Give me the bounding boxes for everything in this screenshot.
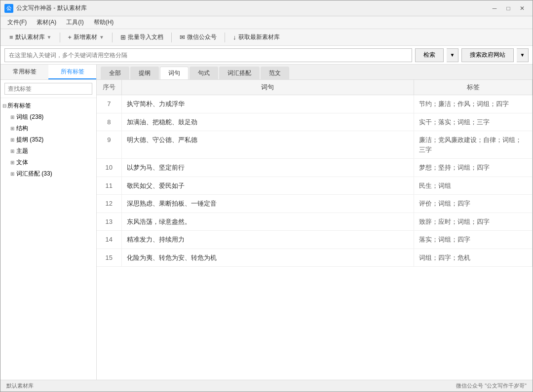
cell-phrase: 敬民如父、爱民如子	[121, 177, 414, 195]
menu-file[interactable]: 文件(F)	[3, 17, 31, 28]
table-row[interactable]: 8 加满油、把稳舵、鼓足劲 实干；落实；词组；三字	[97, 113, 533, 131]
tab-jushi[interactable]: 句式	[190, 67, 218, 79]
table-row[interactable]: 11 敬民如父、爱民如子 民生；词组	[97, 177, 533, 195]
table-container: 序号 词句 标签 7 执守简朴、力戒浮华 节约；廉洁；作风；词组；四字 8 加满…	[97, 80, 533, 380]
search-input[interactable]	[9, 52, 408, 59]
search-button[interactable]: 检索	[415, 48, 444, 62]
tree-item-label-cihui: 词汇搭配 (33)	[16, 170, 52, 178]
cell-tag: 实干；落实；词组；三字	[414, 113, 533, 131]
get-latest-label: 获取最新素材库	[238, 33, 280, 41]
tree-item-wenti[interactable]: ⊞ 文体	[0, 157, 96, 168]
tab-tigang[interactable]: 提纲	[130, 67, 159, 79]
cell-num: 10	[97, 159, 121, 177]
search-input-wrap	[4, 48, 412, 62]
cell-num: 12	[97, 195, 121, 213]
tree-item-expand-cizhong: ⊞	[10, 114, 14, 120]
tree-item-expand-jiegou: ⊞	[10, 126, 14, 131]
cell-phrase: 东风浩荡，绿意盎然。	[121, 213, 414, 231]
menu-help[interactable]: 帮助(H)	[90, 17, 118, 28]
table-row[interactable]: 15 化险为夷、转危为安、转危为机 词组；四字；危机	[97, 249, 533, 267]
cell-num: 9	[97, 131, 121, 159]
cell-tag: 评价；词组；四字	[414, 195, 533, 213]
tab-common-tags[interactable]: 常用标签	[0, 65, 48, 79]
cell-tag: 节约；廉洁；作风；词组；四字	[414, 95, 533, 113]
menu-material[interactable]: 素材(A)	[33, 17, 60, 28]
wechat-label: 微信公众号	[187, 33, 217, 41]
cell-tag: 廉洁；党风廉政建设；自律；词组；三字	[414, 131, 533, 159]
tree-item-label-jiegou: 结构	[16, 124, 28, 133]
status-left: 默认素材库	[6, 382, 34, 390]
cell-phrase: 以梦为马、坚定前行	[121, 159, 414, 177]
cell-phrase: 明大德、守公德、严私德	[121, 131, 414, 159]
table-row[interactable]: 13 东风浩荡，绿意盎然。 致辞；应时；词组；四字	[97, 213, 533, 231]
window-controls: ─ □ ✕	[488, 3, 529, 14]
table-row[interactable]: 7 执守简朴、力戒浮华 节约；廉洁；作风；词组；四字	[97, 95, 533, 113]
data-table: 序号 词句 标签 7 执守简朴、力戒浮华 节约；廉洁；作风；词组；四字 8 加满…	[97, 80, 533, 267]
default-library-label: 默认素材库	[15, 33, 45, 41]
default-library-button[interactable]: ≡ 默认素材库 ▼	[4, 31, 57, 44]
cell-phrase: 执守简朴、力戒浮华	[121, 95, 414, 113]
tab-all-tags[interactable]: 所有标签	[48, 65, 96, 79]
tree-item-label-tigang: 提纲 (352)	[16, 136, 43, 144]
tab-fanwen[interactable]: 范文	[261, 67, 289, 79]
download-icon: ↓	[233, 34, 236, 41]
cell-num: 14	[97, 231, 121, 249]
table-row[interactable]: 9 明大德、守公德、严私德 廉洁；党风廉政建设；自律；词组；三字	[97, 131, 533, 159]
tree-item-jiegou[interactable]: ⊞ 结构	[0, 123, 96, 134]
tab-cihui-dapei[interactable]: 词汇搭配	[219, 67, 260, 79]
tree-item-expand-cihui: ⊞	[10, 171, 14, 177]
close-button[interactable]: ✕	[516, 3, 529, 14]
left-panel: 常用标签 所有标签 ⊟ 所有标签 ⊞ 词组 (238) ⊞ 结构	[0, 65, 97, 380]
gov-search-dropdown-arrow[interactable]: ▼	[517, 48, 529, 62]
tree-item-expand-tigang: ⊞	[10, 137, 14, 143]
tab-all[interactable]: 全部	[101, 67, 129, 79]
search-dropdown-arrow[interactable]: ▼	[447, 48, 458, 62]
tree-item-zhuti[interactable]: ⊞ 主题	[0, 145, 96, 157]
cell-phrase: 加满油、把稳舵、鼓足劲	[121, 113, 414, 131]
gov-search-button[interactable]: 搜索政府网站	[461, 48, 514, 62]
tag-search-input[interactable]	[4, 83, 92, 95]
table-row[interactable]: 12 深思熟虑、果断拍板、一锤定音 评价；词组；四字	[97, 195, 533, 213]
cell-tag: 民生；词组	[414, 177, 533, 195]
title-bar: 公 公文写作神器 - 默认素材库 ─ □ ✕	[0, 0, 533, 16]
minimize-button[interactable]: ─	[488, 3, 501, 14]
tree-root-label: 所有标签	[7, 102, 31, 110]
tree-item-cizhong[interactable]: ⊞ 词组 (238)	[0, 111, 96, 123]
search-bar: 检索 ▼ 搜索政府网站 ▼	[0, 46, 533, 65]
header-tag: 标签	[414, 80, 533, 95]
main-window: 公 公文写作神器 - 默认素材库 ─ □ ✕ 文件(F) 素材(A) 工具(I)…	[0, 0, 533, 392]
cell-tag: 梦想；坚持；词组；四字	[414, 159, 533, 177]
cell-phrase: 深思熟虑、果断拍板、一锤定音	[121, 195, 414, 213]
wechat-button[interactable]: ✉ 微信公众号	[175, 31, 222, 44]
cell-tag: 落实；词组；四字	[414, 231, 533, 249]
table-row[interactable]: 10 以梦为马、坚定前行 梦想；坚持；词组；四字	[97, 159, 533, 177]
table-row[interactable]: 14 精准发力、持续用力 落实；词组；四字	[97, 231, 533, 249]
tab-ciju[interactable]: 词句	[160, 67, 189, 79]
cell-num: 7	[97, 95, 121, 113]
tree-item-expand-zhuti: ⊞	[10, 148, 14, 154]
root-expand-icon[interactable]: ⊟	[2, 103, 6, 108]
window-title: 公文写作神器 - 默认素材库	[16, 4, 488, 12]
tag-tabs: 常用标签 所有标签	[0, 65, 96, 80]
add-icon: +	[68, 34, 72, 41]
batch-import-button[interactable]: ⊞ 批量导入文档	[115, 31, 168, 44]
main-area: 常用标签 所有标签 ⊟ 所有标签 ⊞ 词组 (238) ⊞ 结构	[0, 65, 533, 380]
tree-item-tigang[interactable]: ⊞ 提纲 (352)	[0, 134, 96, 145]
menu-tools[interactable]: 工具(I)	[62, 17, 87, 28]
cell-phrase: 精准发力、持续用力	[121, 231, 414, 249]
tree-item-cihui[interactable]: ⊞ 词汇搭配 (33)	[0, 168, 96, 179]
cell-tag: 词组；四字；危机	[414, 249, 533, 267]
cell-num: 15	[97, 249, 121, 267]
maximize-button[interactable]: □	[502, 3, 515, 14]
tag-search-wrap	[0, 80, 96, 98]
import-icon: ⊞	[120, 34, 126, 41]
status-right: 微信公众号 "公文写作千岁哥"	[456, 382, 527, 390]
cell-tag: 致辞；应时；词组；四字	[414, 213, 533, 231]
tree-item-expand-wenti: ⊞	[10, 160, 14, 165]
get-latest-button[interactable]: ↓ 获取最新素材库	[228, 31, 285, 44]
library-dropdown-arrow: ▼	[47, 35, 52, 40]
tree-root: ⊟ 所有标签	[0, 100, 96, 111]
menu-bar: 文件(F) 素材(A) 工具(I) 帮助(H)	[0, 16, 533, 29]
add-material-button[interactable]: + 新增素材 ▼	[63, 31, 110, 44]
cell-num: 11	[97, 177, 121, 195]
